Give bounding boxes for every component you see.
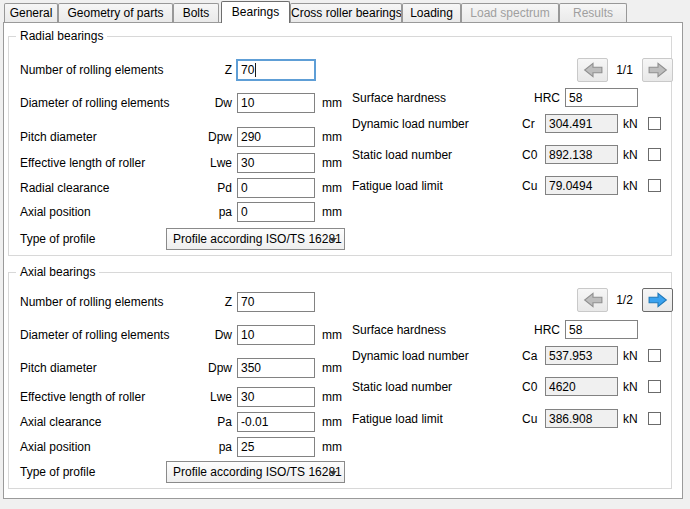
axial-lwe-unit: mm	[322, 387, 342, 407]
axial-dynamic-load-symbol: Ca	[522, 346, 537, 366]
axial-dynamic-load-label: Dynamic load number	[352, 346, 469, 366]
radial-z-symbol: Z	[195, 60, 232, 80]
radial-prev-page-button[interactable]	[577, 58, 608, 82]
radial-profile-value: Profile according ISO/TS 16281	[173, 232, 342, 246]
radial-z-label: Number of rolling elements	[20, 60, 163, 80]
axial-bearings-group-title: Axial bearings	[16, 265, 99, 279]
tab-loading[interactable]: Loading	[402, 3, 461, 23]
axial-position-input[interactable]	[237, 437, 315, 457]
radial-fatigue-limit-symbol: Cu	[522, 176, 537, 196]
axial-fatigue-limit-label: Fatigue load limit	[352, 409, 443, 429]
radial-dynamic-load-unit: kN	[623, 114, 638, 134]
axial-lwe-input[interactable]	[237, 387, 315, 407]
radial-pa-unit: mm	[322, 202, 342, 222]
axial-z-input[interactable]	[237, 292, 315, 312]
axial-clearance-input[interactable]	[237, 412, 315, 432]
axial-dynamic-load-field[interactable]	[545, 346, 618, 365]
tab-bolts[interactable]: Bolts	[173, 3, 219, 23]
chevron-down-icon	[329, 238, 337, 242]
axial-profile-combobox[interactable]: Profile according ISO/TS 16281	[166, 461, 345, 483]
axial-profile-value: Profile according ISO/TS 16281	[173, 465, 342, 479]
axial-position-unit: mm	[322, 437, 342, 457]
axial-static-load-field[interactable]	[545, 377, 618, 396]
tab-cross-roller-bearings[interactable]: Cross roller bearings	[290, 3, 402, 23]
radial-page-indicator: 1/1	[607, 58, 642, 82]
axial-fatigue-limit-field[interactable]	[545, 409, 618, 428]
radial-fatigue-limit-field[interactable]	[545, 176, 618, 195]
axial-fatigue-limit-checkbox[interactable]	[648, 412, 661, 425]
axial-dynamic-load-checkbox[interactable]	[648, 349, 661, 362]
radial-lwe-input[interactable]	[237, 153, 315, 173]
axial-z-symbol: Z	[195, 292, 232, 312]
axial-static-load-label: Static load number	[352, 377, 452, 397]
radial-pd-symbol: Pd	[195, 178, 232, 198]
axial-clearance-label: Axial clearance	[20, 412, 101, 432]
radial-static-load-symbol: C0	[522, 145, 537, 165]
tab-general[interactable]: General	[4, 3, 58, 23]
arrow-right-icon	[648, 292, 668, 308]
tab-results: Results	[559, 3, 627, 23]
axial-dpw-unit: mm	[322, 358, 342, 378]
radial-pa-input[interactable]	[237, 202, 315, 222]
tab-bearings[interactable]: Bearings	[221, 1, 290, 23]
radial-lwe-label: Effective length of roller	[20, 153, 145, 173]
radial-dynamic-load-field[interactable]	[545, 114, 618, 133]
radial-next-page-button[interactable]	[642, 58, 673, 82]
radial-profile-combobox[interactable]: Profile according ISO/TS 16281	[166, 228, 345, 250]
axial-dpw-symbol: Dpw	[195, 358, 232, 378]
axial-hardness-input[interactable]	[565, 320, 638, 339]
arrow-right-icon	[648, 62, 668, 78]
radial-hardness-label: Surface hardness	[352, 88, 446, 108]
radial-fatigue-limit-checkbox[interactable]	[648, 179, 661, 192]
axial-clearance-unit: mm	[322, 412, 342, 432]
radial-dpw-input[interactable]	[237, 127, 315, 147]
axial-static-load-checkbox[interactable]	[648, 380, 661, 393]
bearings-dialog: { "tabs": [ { "label": "General" }, { "l…	[0, 0, 690, 509]
radial-dpw-unit: mm	[322, 127, 342, 147]
axial-dpw-input[interactable]	[237, 358, 315, 378]
radial-pd-unit: mm	[322, 178, 342, 198]
radial-dw-label: Diameter of rolling elements	[20, 93, 169, 113]
radial-static-load-label: Static load number	[352, 145, 452, 165]
text-cursor	[255, 63, 256, 77]
radial-lwe-unit: mm	[322, 153, 342, 173]
radial-fatigue-limit-unit: kN	[623, 176, 638, 196]
radial-pd-input[interactable]	[237, 178, 315, 198]
radial-pd-label: Radial clearance	[20, 178, 109, 198]
axial-lwe-symbol: Lwe	[195, 387, 232, 407]
axial-fatigue-limit-unit: kN	[623, 409, 638, 429]
radial-z-input[interactable]	[236, 59, 316, 81]
axial-position-symbol: pa	[195, 437, 232, 457]
axial-clearance-symbol: Pa	[195, 412, 232, 432]
radial-dw-input[interactable]	[237, 93, 315, 113]
axial-hardness-label: Surface hardness	[352, 320, 446, 340]
radial-hardness-input[interactable]	[565, 88, 638, 107]
tab-geometry-of-parts[interactable]: Geometry of parts	[58, 3, 173, 23]
axial-page-indicator: 1/2	[607, 288, 642, 312]
radial-static-load-checkbox[interactable]	[648, 148, 661, 161]
axial-hardness-symbol: HRC	[516, 320, 560, 340]
radial-profile-label: Type of profile	[20, 229, 95, 249]
radial-static-load-field[interactable]	[545, 145, 618, 164]
radial-static-load-unit: kN	[623, 145, 638, 165]
radial-pa-label: Axial position	[20, 202, 91, 222]
radial-fatigue-limit-label: Fatigue load limit	[352, 176, 443, 196]
arrow-left-icon	[583, 292, 603, 308]
axial-dpw-label: Pitch diameter	[20, 358, 97, 378]
radial-pa-symbol: pa	[195, 202, 232, 222]
radial-dynamic-load-symbol: Cr	[522, 114, 535, 134]
axial-dw-symbol: Dw	[195, 325, 232, 345]
axial-next-page-button[interactable]	[642, 288, 673, 312]
axial-fatigue-limit-symbol: Cu	[522, 409, 537, 429]
axial-z-label: Number of rolling elements	[20, 292, 163, 312]
axial-dw-input[interactable]	[237, 325, 315, 345]
radial-dynamic-load-checkbox[interactable]	[648, 117, 661, 130]
radial-dpw-label: Pitch diameter	[20, 127, 97, 147]
radial-hardness-symbol: HRC	[516, 88, 560, 108]
axial-lwe-label: Effective length of roller	[20, 387, 145, 407]
axial-dynamic-load-unit: kN	[623, 346, 638, 366]
chevron-down-icon	[329, 471, 337, 475]
axial-prev-page-button[interactable]	[577, 288, 608, 312]
radial-dynamic-load-label: Dynamic load number	[352, 114, 469, 134]
axial-position-label: Axial position	[20, 437, 91, 457]
